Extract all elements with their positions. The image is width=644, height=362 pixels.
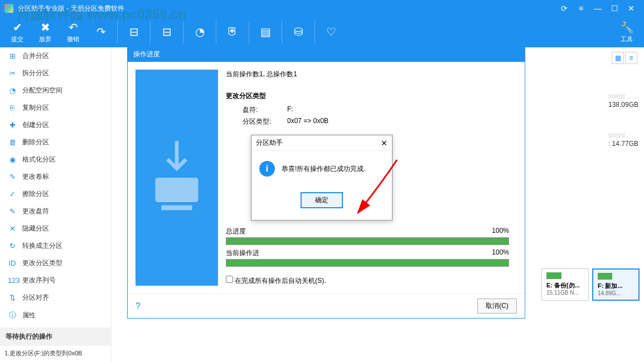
messagebox-close-icon[interactable]: ✕ xyxy=(381,139,388,148)
sidebar-item-11[interactable]: ↻转换成主分区 xyxy=(0,237,111,255)
sidebar-item-icon: ✂ xyxy=(8,69,17,77)
operation-count: 当前操作数1, 总操作数1 xyxy=(226,70,509,79)
menu-icon[interactable]: ≡ xyxy=(573,0,589,17)
disk-icon: ⊟ xyxy=(129,25,139,38)
book-icon: ▤ xyxy=(260,25,271,38)
toolbar-book[interactable]: ▤ xyxy=(251,18,279,46)
heart-icon: ♡ xyxy=(326,25,336,38)
undo-icon: ↶ xyxy=(69,21,78,34)
progress-dialog-title: 操作进度 xyxy=(128,46,525,62)
sidebar-item-label: 合并分区 xyxy=(22,51,49,61)
minimize-icon[interactable]: — xyxy=(589,0,606,17)
sidebar-item-13[interactable]: 123更改序列号 xyxy=(0,272,111,289)
toolbar-separator xyxy=(117,21,118,43)
svg-rect-1 xyxy=(162,206,192,211)
sidebar-item-icon: ↻ xyxy=(8,242,17,250)
sidebar-item-label: 拆分分区 xyxy=(22,69,49,78)
sidebar-item-label: 擦除分区 xyxy=(22,189,49,199)
maximize-icon[interactable]: ☐ xyxy=(606,0,623,17)
shutdown-checkbox[interactable] xyxy=(226,276,233,283)
sidebar-item-6[interactable]: ◉格式化分区 xyxy=(0,151,111,168)
discard-button[interactable]: ✖放弃 xyxy=(31,18,59,46)
sidebar-item-14[interactable]: ⇅分区对齐 xyxy=(0,289,111,306)
sidebar-item-15[interactable]: ⓘ属性 xyxy=(0,306,111,324)
sidebar-item-12[interactable]: ID更改分区类型 xyxy=(0,255,111,272)
sidebar-item-label: 格式化分区 xyxy=(22,155,56,164)
drive-label: 盘符: xyxy=(243,105,287,115)
view-list-button[interactable]: ≡ xyxy=(625,52,637,64)
sidebar-item-label: 更改序列号 xyxy=(22,276,56,285)
sidebar-item-label: 分区对齐 xyxy=(22,293,49,302)
toolbar-separator xyxy=(282,21,282,43)
x-icon: ✖ xyxy=(41,21,50,34)
sidebar-item-label: 隐藏分区 xyxy=(22,224,49,233)
shield-icon: ⛨ xyxy=(227,25,238,38)
sidebar-item-7[interactable]: ✎更改卷标 xyxy=(0,168,111,185)
sidebar-item-icon: ✓ xyxy=(8,190,17,198)
sidebar-item-2[interactable]: ◔分配空闲空间 xyxy=(0,82,111,99)
sidebar-item-icon: ⎘ xyxy=(8,104,17,112)
sidebar-item-label: 更改盘符 xyxy=(22,207,49,216)
view-grid-button[interactable]: ▦ xyxy=(612,52,624,64)
sidebar-item-10[interactable]: ✕隐藏分区 xyxy=(0,220,111,237)
redo-icon: ↷ xyxy=(96,25,106,38)
pending-operations-header: 等待执行的操作 xyxy=(0,327,111,346)
disk-info: : 14.77GB xyxy=(608,131,638,148)
app-logo-icon xyxy=(4,4,13,13)
sidebar-item-5[interactable]: 🗑删除分区 xyxy=(0,134,111,151)
disk-info: 138.09GB xyxy=(608,92,638,109)
toolbar-separator xyxy=(249,21,249,43)
sidebar-item-icon: ✎ xyxy=(8,207,17,216)
success-messagebox: 分区助手✕ i恭喜!所有操作都已成功完成. 确定 xyxy=(251,135,393,221)
close-icon[interactable]: ✕ xyxy=(623,0,640,17)
sidebar-item-icon: ✚ xyxy=(8,121,17,129)
messagebox-text: 恭喜!所有操作都已成功完成. xyxy=(282,164,366,174)
sidebar-item-icon: ✎ xyxy=(8,173,17,181)
help-icon[interactable]: ? xyxy=(135,301,141,311)
toolbar-separator xyxy=(183,21,183,43)
wrench-icon: 🔧 xyxy=(620,21,634,34)
info-icon: i xyxy=(259,161,275,177)
operation-title: 更改分区类型 xyxy=(226,91,509,101)
sidebar-item-icon: ⊞ xyxy=(8,52,17,60)
tools-button[interactable]: 🔧工具 xyxy=(613,18,641,46)
toolbar-pie[interactable]: ◔ xyxy=(186,18,214,46)
partition-card-e[interactable]: E: 备份[勿...15.11GB N... xyxy=(541,268,589,301)
sidebar-item-icon: ◉ xyxy=(8,155,17,164)
current-progress-bar xyxy=(226,259,509,267)
sidebar-item-label: 分配空闲空间 xyxy=(22,86,62,95)
toolbar-separator xyxy=(314,21,315,43)
undo-button[interactable]: ↶撤销 xyxy=(59,18,87,46)
refresh-icon[interactable]: ⟳ xyxy=(556,0,573,17)
sidebar-item-label: 转换成主分区 xyxy=(22,241,62,251)
submit-button[interactable]: ✔提交 xyxy=(3,18,31,46)
sidebar-item-0[interactable]: ⊞合并分区 xyxy=(0,47,111,65)
check-icon: ✔ xyxy=(13,21,22,34)
toolbar-disk1[interactable]: ⊟ xyxy=(120,18,148,46)
sidebar-item-icon: ID xyxy=(8,259,17,267)
sidebar: ⊞合并分区✂拆分分区◔分配空闲空间⎘复制分区✚创建分区🗑删除分区◉格式化分区✎更… xyxy=(0,47,112,362)
sidebar-item-label: 删除分区 xyxy=(22,138,49,147)
current-progress-pct: 100% xyxy=(492,248,509,258)
cancel-button[interactable]: 取消(C) xyxy=(477,299,517,314)
ok-button[interactable]: 确定 xyxy=(301,192,343,208)
shutdown-checkbox-label[interactable]: 在完成所有操作后自动关机(S). xyxy=(226,276,509,286)
sidebar-item-1[interactable]: ✂拆分分区 xyxy=(0,65,111,82)
toolbar-disk2[interactable]: ⊟ xyxy=(153,18,181,46)
sidebar-item-9[interactable]: ✎更改盘符 xyxy=(0,203,111,220)
redo-button[interactable]: ↷ xyxy=(87,18,115,46)
toolbar-heart[interactable]: ♡ xyxy=(317,18,345,46)
sidebar-item-8[interactable]: ✓擦除分区 xyxy=(0,185,111,203)
toolbar-db[interactable]: ⛁ xyxy=(284,18,312,46)
type-label: 分区类型: xyxy=(243,117,287,126)
svg-rect-0 xyxy=(156,178,198,202)
pending-operation-item[interactable]: 1.更改分区(F:)的类型到0x0B xyxy=(0,346,111,361)
partition-card-f[interactable]: F: 新加...14.89G... xyxy=(592,268,640,301)
sidebar-item-icon: ⓘ xyxy=(8,310,17,320)
total-progress-bar xyxy=(226,237,509,245)
toolbar-shield[interactable]: ⛨ xyxy=(219,18,246,46)
sidebar-item-icon: 123 xyxy=(8,276,17,285)
sidebar-item-icon: ✕ xyxy=(8,224,17,233)
sidebar-item-4[interactable]: ✚创建分区 xyxy=(0,116,111,134)
sidebar-item-3[interactable]: ⎘复制分区 xyxy=(0,99,111,116)
